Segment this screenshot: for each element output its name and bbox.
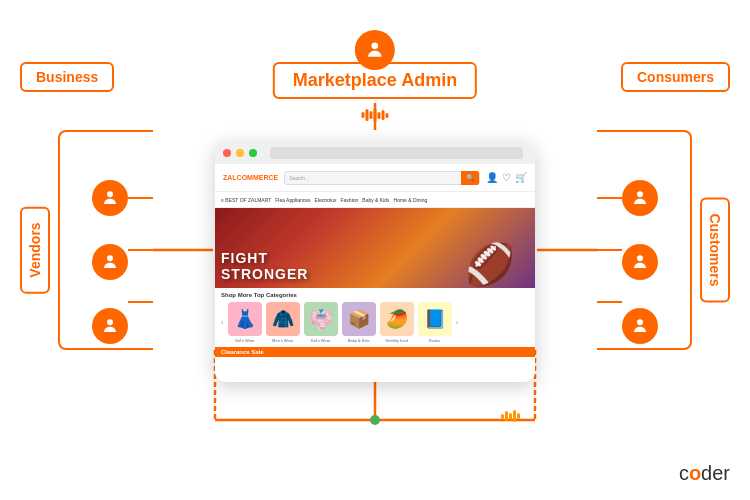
browser-mockup: ZALCOMMERCE Search... 🔍 👤 ♡ 🛒 ≡ BEST OF … (215, 142, 535, 382)
category-item: 📘 Books (418, 302, 452, 343)
audio-wave-top (362, 108, 389, 122)
coder-logo: coder (679, 462, 730, 485)
search-button: 🔍 (461, 171, 479, 185)
nav-item: Fashion (341, 197, 359, 203)
left-icons (92, 180, 128, 344)
svg-point-18 (637, 255, 643, 261)
customers-label: Customers (700, 197, 730, 302)
vendor-icon-2 (92, 244, 128, 280)
site-icons: 👤 ♡ 🛒 (486, 172, 527, 183)
user-icon: 👤 (486, 172, 498, 183)
browser-titlebar (215, 142, 535, 164)
heart-icon: ♡ (502, 172, 511, 183)
nav-item: Baby & Kids (362, 197, 389, 203)
expand-dot (249, 149, 257, 157)
banner-text: FIGHTSTRONGER (221, 251, 308, 282)
category-item: 🧥 Men's Wear (266, 302, 300, 343)
vendors-label: Vendors (20, 206, 50, 293)
svg-point-19 (637, 319, 643, 325)
nav-item: Electrolux (315, 197, 337, 203)
cat-img-1: 👗 (228, 302, 262, 336)
site-nav: ≡ BEST OF ZALMART Flea Appliances Electr… (215, 192, 535, 208)
svg-point-16 (372, 43, 379, 50)
cart-icon: 🛒 (515, 172, 527, 183)
site-banner: FIGHTSTRONGER 🏈 (215, 208, 535, 288)
svg-point-14 (107, 255, 113, 261)
cat-label-6: Books (429, 338, 440, 343)
search-icon: 🔍 (466, 174, 475, 182)
cat-img-2: 🧥 (266, 302, 300, 336)
nav-item: ≡ BEST OF ZALMART (221, 197, 271, 203)
site-logo: ZALCOMMERCE (223, 174, 278, 181)
banner-figure: 🏈 (465, 241, 515, 288)
cat-img-3: 👘 (304, 302, 338, 336)
nav-item: Home & Dining (394, 197, 428, 203)
customers-label-container: Customers (700, 197, 730, 302)
cat-img-4: 📦 (342, 302, 376, 336)
bottom-connector-dot (370, 415, 380, 425)
diagram-container: Business Vendors (0, 0, 750, 500)
consumers-label: Consumers (621, 62, 730, 92)
clearance-bar: Clearance Sale (215, 347, 535, 357)
prev-arrow: ‹ (221, 318, 224, 327)
nav-item: Flea Appliances (275, 197, 310, 203)
vendor-icon-3 (92, 308, 128, 344)
browser-content: ZALCOMMERCE Search... 🔍 👤 ♡ 🛒 ≡ BEST OF … (215, 164, 535, 382)
vendors-label-container: Vendors (20, 206, 50, 293)
category-item: 📦 Baby & Kids (342, 302, 376, 343)
consumer-icon-1 (622, 180, 658, 216)
right-icons (622, 180, 658, 344)
admin-icon (355, 30, 395, 70)
cat-label-2: Men's Wear (272, 338, 293, 343)
consumer-icon-3 (622, 308, 658, 344)
categories-title: Shop More Top Categories (221, 292, 529, 298)
next-arrow: › (456, 318, 459, 327)
svg-point-13 (107, 191, 113, 197)
minimize-dot (236, 149, 244, 157)
admin-section: Marketplace Admin (273, 62, 477, 99)
cat-label-3: Kid's Wear (311, 338, 330, 343)
cat-label-1: Girl's Wear (235, 338, 255, 343)
cat-label-5: Healthy food (385, 338, 407, 343)
site-header: ZALCOMMERCE Search... 🔍 👤 ♡ 🛒 (215, 164, 535, 192)
site-search: Search... 🔍 (284, 171, 480, 185)
category-item: 👘 Kid's Wear (304, 302, 338, 343)
category-item: 🥭 Healthy food (380, 302, 414, 343)
cat-label-4: Baby & Kids (348, 338, 370, 343)
audio-wave-bottom (501, 410, 520, 422)
vendor-icon-1 (92, 180, 128, 216)
svg-point-15 (107, 319, 113, 325)
svg-point-17 (637, 191, 643, 197)
url-bar (270, 147, 523, 159)
categories-grid: ‹ 👗 Girl's Wear 🧥 Men's Wear 👘 Kid's Wea… (221, 302, 529, 343)
close-dot (223, 149, 231, 157)
consumer-icon-2 (622, 244, 658, 280)
site-categories: Shop More Top Categories ‹ 👗 Girl's Wear… (215, 288, 535, 347)
cat-img-5: 🥭 (380, 302, 414, 336)
category-item: 👗 Girl's Wear (228, 302, 262, 343)
cat-img-6: 📘 (418, 302, 452, 336)
coder-o-letter: o (689, 462, 701, 484)
business-label: Business (20, 62, 114, 92)
search-placeholder: Search... (285, 175, 309, 181)
